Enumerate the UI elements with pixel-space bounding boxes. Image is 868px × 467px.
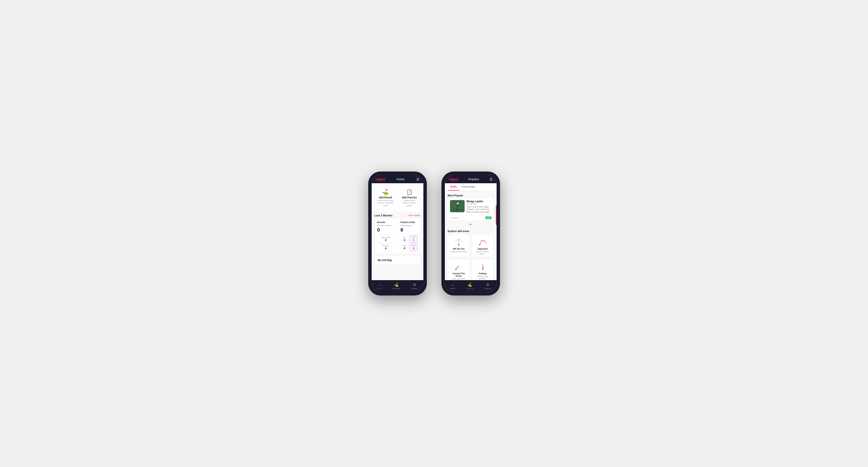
nav-activities-p2[interactable]: ⛳ Activities: [466, 282, 474, 290]
app-val: 4: [411, 239, 416, 242]
svg-point-1: [451, 209, 463, 211]
drills-capture-label: Drills Capture: [400, 224, 418, 227]
tournament-box: Tournament 0: [377, 236, 395, 243]
most-popular: Most Popular: [445, 191, 497, 228]
nav-home-p2[interactable]: ⌂ Home: [450, 283, 455, 290]
add-practice-title: Add Practice: [402, 196, 417, 199]
skill-areas-section: Explore skill areas: [445, 228, 497, 280]
menu-icon-practice[interactable]: ☰: [490, 177, 493, 181]
dot-1[interactable]: [468, 224, 469, 225]
svg-point-26: [458, 265, 461, 267]
drills-column: Practice Drills Drills Capture 8 OTT 0 A…: [400, 221, 418, 251]
capture-nav-label-p2: Capture: [484, 287, 491, 290]
chevron-icon: ›: [416, 258, 417, 262]
practice-val: 0: [378, 247, 393, 250]
rounds-column: Rounds Rounds Capture 0 Tournament 0: [377, 221, 395, 251]
ott-val: 0: [402, 239, 407, 242]
app-label: APP: [411, 237, 416, 238]
dot-3[interactable]: [472, 224, 473, 225]
carousel-dots: [445, 223, 497, 226]
nav-capture[interactable]: ⊕ Capture: [411, 282, 418, 290]
drill-name: Wedge Ladder: [467, 200, 484, 203]
skill-off-the-tee[interactable]: Off The Tee Power and accuracy: [448, 235, 470, 257]
svg-line-11: [456, 240, 459, 245]
capture-icon-p2: ⊕: [486, 282, 489, 287]
activities-icon-p2: ⛳: [467, 282, 472, 287]
nav-activities[interactable]: ⛳ Activities: [393, 282, 400, 290]
practice-label: Practice: [378, 245, 393, 247]
svg-point-21: [485, 242, 486, 243]
svg-point-30: [482, 264, 483, 266]
svg-point-13: [458, 244, 459, 245]
svg-point-14: [458, 239, 459, 240]
atg-icon-svg: [454, 262, 464, 271]
page-title-practice: Practice: [468, 178, 479, 181]
add-round-desc: Record your shots in fast or enhanced mo…: [377, 199, 394, 207]
tournament-label: Tournament: [378, 237, 393, 238]
menu-icon-home[interactable]: ☰: [416, 177, 420, 181]
add-round-title: Add Round: [379, 196, 392, 199]
golf-bag-row[interactable]: My Golf Bag ›: [375, 256, 421, 264]
stats-card: Rounds Rounds Capture 0 Tournament 0: [375, 218, 421, 254]
drill-info: Wedge Ladder 50–100 yds ☆ Play 1 shot at…: [467, 200, 492, 213]
shots-info: ○ 9 shots: [450, 217, 458, 219]
putting-desc: Make and lag practice: [474, 275, 492, 280]
nav-capture-p2[interactable]: ⊕ Capture: [484, 282, 491, 290]
off-the-tee-desc: Power and accuracy: [451, 251, 467, 253]
drill-title-row: Wedge Ladder 50–100 yds ☆: [467, 200, 492, 206]
page-title-home: Home: [397, 178, 404, 181]
home-icon-p2: ⌂: [452, 283, 454, 287]
svg-point-28: [482, 269, 483, 270]
arg-box: ARG 0: [400, 244, 408, 251]
drill-title-text: Wedge Ladder 50–100 yds: [467, 200, 484, 206]
tab-favourites[interactable]: Favourites: [459, 183, 478, 191]
putt-val: 4: [411, 247, 416, 250]
favourite-star[interactable]: ☆: [489, 200, 492, 203]
drills-title: Practice Drills: [400, 221, 418, 223]
ott-label: OTT: [402, 237, 407, 238]
svg-point-17: [479, 244, 480, 245]
svg-point-29: [483, 267, 484, 268]
capture-icon: ⊕: [413, 282, 416, 287]
add-practice-desc: Capture your practice off-the-course: [401, 199, 418, 207]
dot-2[interactable]: [470, 224, 471, 225]
view-activity-link[interactable]: View Activity: [408, 214, 421, 217]
rounds-title: Rounds: [377, 221, 395, 223]
tee-icon-svg: [454, 238, 464, 246]
add-practice-card[interactable]: 📋 Add Practice Capture your practice off…: [399, 186, 421, 210]
skill-around-the-green[interactable]: Around The Green Hone your short game: [448, 259, 470, 280]
shots-count: 9 shots: [452, 217, 458, 219]
skill-approach[interactable]: Approach Dial-in to hit the green: [472, 235, 494, 257]
drill-card-inner: Wedge Ladder 50–100 yds ☆ Play 1 shot at…: [448, 198, 493, 215]
top-bar-home: clippd Home ☰: [372, 175, 423, 183]
home-nav-label-p2: Home: [450, 287, 455, 290]
approach-desc: Dial-in to hit the green: [474, 251, 492, 255]
drill-description: Play 1 shot at each target yardage. If y…: [467, 206, 492, 213]
stats-divider: [397, 221, 398, 251]
putting-icon-wrap: [477, 262, 488, 271]
stats-columns: Rounds Rounds Capture 0 Tournament 0: [377, 221, 418, 251]
capture-nav-label: Capture: [411, 287, 418, 290]
app-box: APP 4: [409, 236, 417, 243]
home-nav-label: Home: [377, 287, 382, 290]
home-icon: ⌂: [378, 283, 381, 287]
rounds-total: 0: [377, 227, 395, 233]
putt-box: PUTT 4: [409, 244, 417, 251]
activities-nav-label-p2: Activities: [466, 287, 474, 290]
drill-card-wedge[interactable]: Wedge Ladder 50–100 yds ☆ Play 1 shot at…: [448, 198, 494, 221]
svg-point-15: [456, 240, 457, 241]
tournament-val: 0: [378, 239, 393, 242]
approach-icon-svg: [478, 238, 488, 246]
ott-box: OTT 0: [400, 236, 408, 243]
drills-row1: OTT 0 APP 4: [400, 236, 418, 243]
skill-putting[interactable]: Putting Make and lag practice: [472, 259, 494, 280]
right-accent: [496, 206, 497, 225]
shots-icon: ○: [450, 217, 451, 219]
practice-box: Practice 0: [377, 244, 395, 251]
tab-drills[interactable]: Drills: [448, 183, 460, 191]
nav-home[interactable]: ⌂ Home: [377, 283, 382, 290]
quick-actions: ⛳ Add Round Record your shots in fast or…: [372, 183, 423, 212]
svg-point-18: [481, 241, 482, 241]
svg-point-19: [484, 241, 485, 241]
add-round-card[interactable]: ⛳ Add Round Record your shots in fast or…: [375, 186, 397, 210]
